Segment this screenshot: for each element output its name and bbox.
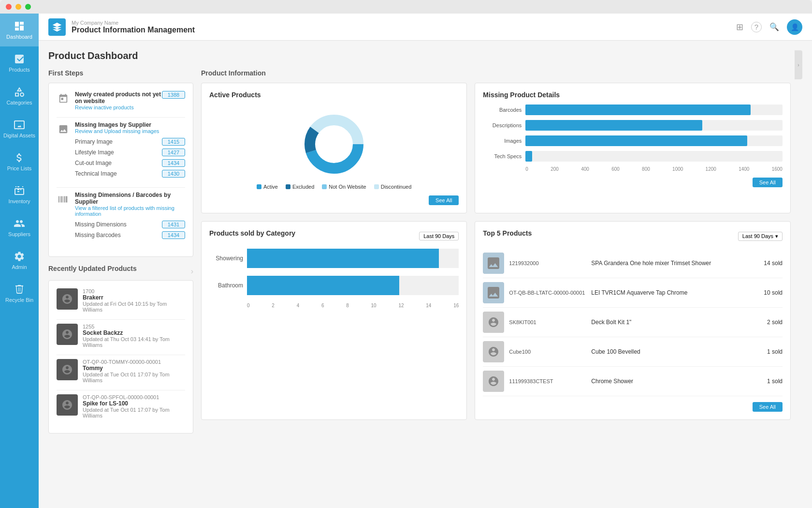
recently-updated-card: 1700 Brakerr Updated at Fri Oct 04 10:15… (48, 280, 193, 433)
active-products-title: Active Products (209, 91, 261, 99)
dims-type-row: Missing Dimensions1431 (75, 221, 185, 228)
sidebar-label-recycle-bin: Recycle Bin (5, 297, 33, 303)
sidebar-label-products: Products (9, 67, 29, 73)
legend-item: Active (257, 184, 278, 190)
first-steps-card: Newly created products not yet on websit… (48, 83, 193, 257)
category-bar: Showering (209, 249, 459, 268)
top-product-img (483, 253, 504, 274)
recently-updated-title: Recently Updated Products (48, 265, 137, 272)
page-content: Product Dashboard First Steps (39, 41, 812, 508)
category-bar: Bathroom (209, 276, 459, 295)
legend-dot (257, 184, 261, 189)
sidebar-item-dashboard[interactable]: Dashboard (0, 14, 39, 46)
top-product-row[interactable]: 1219932000 SPA Grandera One hole mixer T… (483, 249, 783, 278)
user-avatar[interactable]: 👤 (787, 19, 802, 35)
window-maximize-btn[interactable] (25, 4, 31, 10)
bar-x-axis: 02004006008001000120014001600 (483, 166, 783, 172)
top-product-sku: SK8KIT001 (509, 319, 586, 325)
sidebar-label-categories: Categories (6, 100, 32, 105)
missing-images-step: Missing Images by Supplier Review and Up… (57, 121, 185, 180)
top-products-see-all[interactable]: See All (753, 402, 783, 412)
grid-icon[interactable]: ⊞ (736, 22, 743, 32)
sidebar-item-recycle-bin[interactable]: Recycle Bin (0, 277, 39, 310)
sidebar-item-inventory[interactable]: Inventory (0, 178, 39, 211)
first-steps-title: First Steps (48, 69, 193, 77)
app-logo (48, 18, 66, 36)
header-titles: My Company Name Product Information Mana… (72, 20, 730, 34)
top-product-img (483, 282, 504, 303)
top-product-row[interactable]: OT-QB-BB-LTATC-00000-00001 LEI TVR1CM Aq… (483, 278, 783, 308)
product-thumbnail (57, 288, 78, 310)
missing-details-see-all[interactable]: See All (753, 178, 783, 187)
sidebar-label-digital-assets: Digital Assets (3, 133, 35, 138)
product-thumbnail (57, 394, 78, 416)
top-product-row[interactable]: Cube100 Cube 100 Bevelled 1 sold (483, 337, 783, 367)
sidebar-label-inventory: Inventory (8, 198, 30, 204)
top-product-sold: 2 sold (767, 319, 783, 326)
missing-detail-bar: Descriptions (483, 120, 783, 131)
legend-item: Excluded (286, 184, 314, 190)
missing-dims-sub[interactable]: View a filtered list of products with mi… (75, 205, 185, 217)
category-x-axis: 0246810121416 (209, 303, 459, 308)
image-type-row: Technical Image1430 (75, 170, 185, 178)
help-icon[interactable]: ? (751, 22, 762, 32)
products-by-category-period[interactable]: Last 90 Days (419, 232, 459, 240)
top-product-img (483, 312, 504, 333)
sidebar-label-suppliers: Suppliers (8, 231, 30, 237)
missing-detail-bar: Tech Specs (483, 151, 783, 162)
top-product-sku: Cube100 (509, 349, 586, 355)
missing-details-card: Missing Product Details Barcodes Descrip… (475, 83, 791, 213)
top-product-img (483, 371, 504, 392)
top-product-sku: OT-QB-BB-LTATC-00000-00001 (509, 290, 586, 296)
newly-created-step: Newly created products not yet on websit… (57, 91, 185, 110)
sidebar-item-admin[interactable]: Admin (0, 244, 39, 277)
company-name: My Company Name (72, 20, 730, 26)
top-product-name: SPA Grandera One hole mixer Trimset Show… (591, 260, 759, 267)
product-info: OT-QP-00-SPFOL-00000-00001 Spike for LS-… (83, 394, 185, 418)
product-info-title: Product Information (201, 69, 791, 77)
recent-product-item[interactable]: OT-QP-00-TOMMY-00000-00001 Tommy Updated… (57, 359, 185, 383)
missing-dims-step: Missing Dimensions / Barcodes by Supplie… (57, 192, 185, 242)
sidebar-item-categories[interactable]: Categories (0, 79, 39, 112)
collapse-panel-btn[interactable]: › (795, 50, 802, 79)
sidebar-label-admin: Admin (12, 264, 27, 270)
sidebar-item-price-lists[interactable]: Price Lists (0, 145, 39, 178)
legend-dot (374, 184, 379, 189)
recent-product-item[interactable]: 1700 Brakerr Updated at Fri Oct 04 10:15… (57, 288, 185, 313)
sidebar-item-digital-assets[interactable]: Digital Assets (0, 112, 39, 145)
newly-created-count[interactable]: 1388 (162, 91, 185, 99)
image-type-row: Primary Image1415 (75, 138, 185, 146)
recent-product-item[interactable]: 1255 Socket Backzz Updated at Thu Oct 03… (57, 324, 185, 348)
recently-updated-more[interactable]: › (191, 267, 193, 276)
product-info: OT-QP-00-TOMMY-00000-00001 Tommy Updated… (83, 359, 185, 383)
top-product-img (483, 341, 504, 362)
barcode-icon (57, 193, 70, 206)
app-title: Product Information Management (72, 26, 730, 34)
header-actions: ⊞ ? 🔍 👤 (736, 19, 802, 35)
sidebar-item-suppliers[interactable]: Suppliers (0, 211, 39, 244)
sidebar: Dashboard Products Categories Digital As… (0, 14, 39, 508)
newly-created-title: Newly created products not yet on websit… (75, 91, 162, 105)
top-product-row[interactable]: SK8KIT001 Deck Bolt Kit 1" 2 sold (483, 308, 783, 337)
newly-created-sub[interactable]: Review inactive products (75, 105, 162, 110)
top-products-period[interactable]: Last 90 Days ▾ (738, 232, 783, 241)
top-product-name: Chrome Shower (591, 378, 762, 385)
top-product-name: Cube 100 Bevelled (591, 348, 762, 355)
product-info: 1255 Socket Backzz Updated at Thu Oct 03… (83, 324, 185, 348)
sidebar-label-price-lists: Price Lists (7, 165, 32, 171)
legend-dot (286, 184, 290, 189)
sidebar-label-dashboard: Dashboard (6, 34, 32, 40)
top-product-row[interactable]: 111999383CTEST Chrome Shower 1 sold (483, 367, 783, 396)
legend-dot (322, 184, 327, 189)
window-close-btn[interactable] (6, 4, 12, 10)
window-minimize-btn[interactable] (15, 4, 21, 10)
search-icon[interactable]: 🔍 (769, 22, 779, 31)
svg-point-4 (318, 128, 350, 161)
active-products-see-all[interactable]: See All (429, 195, 459, 205)
recent-product-item[interactable]: OT-QP-00-SPFOL-00000-00001 Spike for LS-… (57, 394, 185, 418)
missing-images-sub[interactable]: Review and Upload missing images (75, 128, 185, 134)
products-by-category-card: Products sold by Category Last 90 Days S… (201, 221, 467, 420)
sidebar-item-products[interactable]: Products (0, 46, 39, 79)
top-product-sku: 111999383CTEST (509, 378, 586, 384)
product-info: 1700 Brakerr Updated at Fri Oct 04 10:15… (83, 288, 185, 313)
